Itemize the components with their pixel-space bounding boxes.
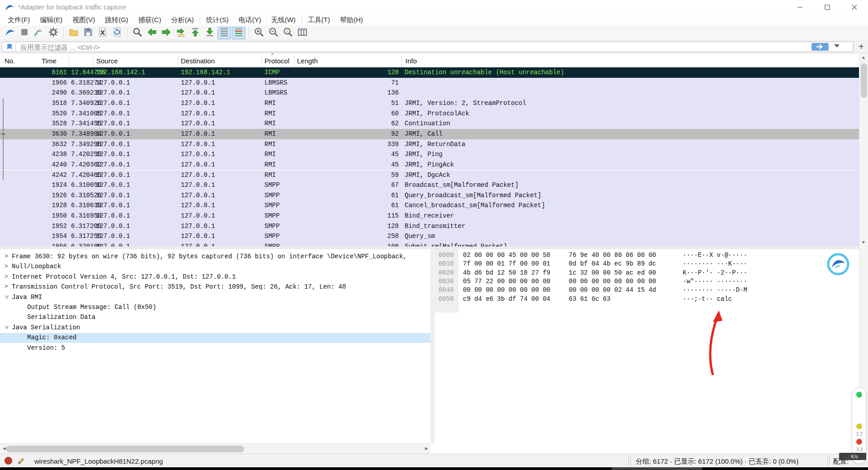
packet-row-2490[interactable]: 24906.369239127.0.0.1127.0.0.1LBMSRS136	[0, 88, 859, 98]
menu-3[interactable]: 视图(V)	[67, 15, 100, 25]
detail-line[interactable]: Output Stream Message: Call (0x50)	[0, 303, 430, 313]
scroll-up-arrow-icon[interactable]: ▲	[861, 55, 866, 60]
reload-file-button[interactable]	[110, 27, 124, 39]
menu-7[interactable]: 统计(S)	[201, 15, 234, 25]
column-header-length[interactable]: Length	[297, 57, 318, 65]
expand-chevron-icon[interactable]: >	[4, 273, 9, 280]
detail-line[interactable]: >Java RMI	[0, 293, 430, 303]
menu-2[interactable]: 编辑(E)	[35, 15, 67, 25]
packet-row-3520[interactable]: 35207.341005127.0.0.1127.0.0.1RMI60JRMI,…	[0, 109, 859, 119]
go-to-packet-button[interactable]	[174, 27, 188, 39]
packet-row-6161[interactable]: 616112.644716192.168.142.1192.168.142.1I…	[0, 67, 859, 78]
detail-line[interactable]: Version: 5	[0, 343, 430, 353]
start-capture-button[interactable]	[3, 27, 17, 39]
menu-10[interactable]: 工具(T)	[303, 15, 335, 25]
packet-row-1952[interactable]: 19526.317205127.0.0.1127.0.0.1SMPP128Bin…	[0, 221, 859, 232]
header-separator[interactable]	[261, 54, 262, 66]
packet-row-3518[interactable]: 35187.340926127.0.0.1127.0.0.1RMI51JRMI,…	[0, 98, 859, 109]
packet-row-1956[interactable]: 19566.320108127.0.0.1127.0.0.1SMPP108Sub…	[0, 242, 859, 247]
detail-line[interactable]: >Java Serialization	[0, 323, 430, 333]
add-filter-button[interactable]: +	[856, 41, 866, 52]
save-file-button[interactable]	[81, 27, 95, 39]
hex-row-0050[interactable]: 0050c9 d4 e6 3b df 74 00 0463 61 6c 63··…	[435, 295, 859, 304]
hex-row-0010[interactable]: 00107f 00 00 01 7f 00 00 010d bf 04 4b e…	[435, 260, 859, 269]
hex-row-0020[interactable]: 00204b d6 bd 12 50 18 27 f91c 32 00 00 5…	[435, 269, 859, 278]
monitor-overlay-widget[interactable]: 2.2 3.3	[852, 388, 866, 464]
capture-comment-icon[interactable]	[17, 457, 25, 466]
detail-line[interactable]: >Transmission Control Protocol, Src Port…	[0, 282, 430, 292]
header-separator[interactable]	[401, 54, 402, 66]
menu-11[interactable]: 帮助(H)	[335, 15, 368, 25]
vertical-scroll-thumb[interactable]	[861, 63, 867, 98]
detail-horizontal-scrollbar[interactable]: ◄ ►	[0, 443, 430, 454]
zoom-out-button[interactable]	[267, 27, 280, 39]
menu-4[interactable]: 跳转(G)	[100, 15, 133, 25]
menu-6[interactable]: 分析(A)	[166, 15, 199, 25]
packet-row-1950[interactable]: 19506.316950127.0.0.1127.0.0.1SMPP115Bin…	[0, 211, 859, 221]
packet-row-1928[interactable]: 19286.310639127.0.0.1127.0.0.1SMPP61Canc…	[0, 200, 859, 211]
scroll-down-arrow-icon[interactable]: ▼	[861, 240, 866, 245]
detail-line[interactable]: >Internet Protocol Version 4, Src: 127.0…	[0, 272, 430, 282]
display-filter-input[interactable]: 应用显示过滤器 ... <Ctrl-/>	[2, 42, 854, 52]
hex-row-0030[interactable]: 003005 77 22 00 00 00 00 0000 00 00 00 0…	[435, 278, 859, 287]
column-header-protocol[interactable]: Protocol	[264, 57, 289, 65]
close-button[interactable]	[843, 0, 866, 14]
menu-5[interactable]: 捕获(C)	[133, 15, 166, 25]
packet-row-1926[interactable]: 19266.310526127.0.0.1127.0.0.1SMPP61Quer…	[0, 190, 859, 201]
detail-line[interactable]: >Frame 3630: 92 bytes on wire (736 bits)…	[0, 252, 430, 262]
maximize-button[interactable]	[816, 0, 839, 14]
header-separator[interactable]	[178, 54, 179, 66]
filter-bookmark-icon[interactable]	[3, 43, 16, 51]
packet-row-3630[interactable]: 36307.348984127.0.0.1127.0.0.1RMI92JRMI,…	[0, 129, 859, 139]
hex-row-0040[interactable]: 004000 00 00 00 00 00 00 0000 00 00 00 0…	[435, 286, 859, 295]
open-file-button[interactable]	[67, 27, 80, 39]
collapse-chevron-icon[interactable]: >	[3, 324, 10, 330]
expand-chevron-icon[interactable]: >	[4, 263, 9, 270]
column-header-destination[interactable]: Destination	[181, 57, 215, 65]
stop-capture-button[interactable]	[18, 27, 31, 39]
packet-row-4238[interactable]: 42387.420255127.0.0.1127.0.0.1RMI45JRMI,…	[0, 149, 859, 160]
zoom-original-button[interactable]: 1	[281, 27, 295, 39]
packet-row-1924[interactable]: 19246.310056127.0.0.1127.0.0.1SMPP67Broa…	[0, 180, 859, 190]
packet-row-4242[interactable]: 42427.420465127.0.0.1127.0.0.1RMI59JRMI,…	[0, 170, 859, 180]
packet-row-3632[interactable]: 36327.349298127.0.0.1127.0.0.1RMI339JRMI…	[0, 139, 859, 150]
zoom-in-button[interactable]	[252, 27, 266, 39]
header-separator[interactable]	[294, 54, 294, 66]
expert-info-icon[interactable]	[5, 457, 12, 465]
expand-chevron-icon[interactable]: >	[4, 283, 9, 290]
horizontal-scroll-thumb[interactable]	[6, 446, 244, 452]
packet-row-1966[interactable]: 19666.318274127.0.0.1127.0.0.1LBMSRS71	[0, 78, 859, 88]
resize-columns-button[interactable]	[296, 27, 309, 39]
colorize-toggle[interactable]	[232, 27, 245, 39]
first-packet-button[interactable]	[189, 27, 202, 39]
filter-dropdown-caret[interactable]	[834, 44, 840, 47]
header-separator[interactable]	[93, 54, 94, 66]
detail-line[interactable]: Serialization Data	[0, 313, 430, 323]
packet-list-header[interactable]: ^ No.TimeSourceDestinationProtocolLength…	[0, 53, 859, 67]
last-packet-button[interactable]	[203, 27, 217, 39]
column-header-source[interactable]: Source	[96, 57, 118, 65]
hex-row-0000[interactable]: 000002 00 00 00 45 00 00 5876 9e 40 00 8…	[435, 252, 859, 261]
menu-1[interactable]: 文件(F)	[3, 15, 35, 25]
column-header-info[interactable]: Info	[406, 57, 417, 65]
find-packet-button[interactable]	[131, 27, 144, 39]
auto-scroll-toggle[interactable]	[217, 27, 231, 39]
menu-9[interactable]: 无线(W)	[266, 15, 301, 25]
next-packet-button[interactable]	[160, 27, 173, 39]
menu-8[interactable]: 电话(Y)	[234, 15, 266, 25]
column-header-time[interactable]: Time	[42, 57, 57, 65]
expand-chevron-icon[interactable]: >	[4, 253, 9, 260]
collapse-chevron-icon[interactable]: >	[3, 294, 10, 299]
header-separator[interactable]	[69, 54, 69, 66]
packet-row-3528[interactable]: 35287.341455127.0.0.1127.0.0.1RMI62Conti…	[0, 119, 859, 129]
detail-line[interactable]: >Null/Loopback	[0, 262, 430, 272]
minimize-button[interactable]	[789, 0, 811, 14]
previous-packet-button[interactable]	[145, 27, 159, 39]
capture-options-button[interactable]	[47, 27, 60, 39]
vertical-splitter[interactable]	[430, 249, 435, 443]
column-header-no[interactable]: No.	[5, 57, 15, 65]
restart-capture-button[interactable]	[32, 27, 46, 39]
apply-filter-button[interactable]	[811, 43, 829, 51]
scroll-right-arrow-icon[interactable]: ►	[424, 446, 429, 451]
packet-row-4240[interactable]: 42407.420362127.0.0.1127.0.0.1RMI45JRMI,…	[0, 160, 859, 170]
